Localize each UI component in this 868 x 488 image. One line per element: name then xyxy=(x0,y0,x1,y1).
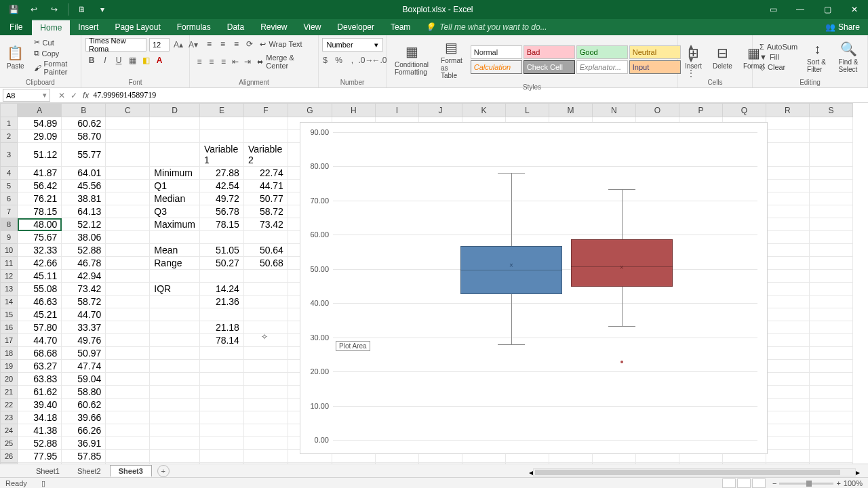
underline-button[interactable]: U xyxy=(113,54,125,66)
cell[interactable] xyxy=(766,205,809,218)
row-header[interactable]: 26 xyxy=(1,450,18,463)
cell[interactable] xyxy=(150,424,200,437)
sheet-tab-sheet1[interactable]: Sheet1 xyxy=(27,465,68,476)
cell[interactable] xyxy=(766,450,809,463)
cell[interactable] xyxy=(766,437,809,450)
cell[interactable] xyxy=(199,399,243,411)
column-header-E[interactable]: E xyxy=(199,104,243,117)
redo-icon[interactable]: ↪ xyxy=(46,2,62,17)
orientation-icon[interactable]: ⟳ xyxy=(243,38,256,50)
tab-insert[interactable]: Insert xyxy=(70,19,106,35)
cell[interactable] xyxy=(106,218,150,231)
cell[interactable] xyxy=(106,117,150,130)
cell[interactable] xyxy=(106,347,150,360)
delete-cells-button[interactable]: ⊟Delete xyxy=(709,43,736,71)
cell[interactable]: 47.74 xyxy=(62,360,106,373)
cell-style-good[interactable]: Good xyxy=(576,45,628,59)
cell[interactable]: 64.13 xyxy=(62,205,106,218)
cell[interactable] xyxy=(106,296,150,308)
cell[interactable] xyxy=(766,180,809,192)
row-header[interactable]: 14 xyxy=(1,296,18,308)
cell[interactable] xyxy=(199,308,243,321)
cell[interactable] xyxy=(199,450,243,463)
maximize-icon[interactable]: ▢ xyxy=(814,0,841,19)
cell[interactable] xyxy=(199,231,243,244)
cell[interactable] xyxy=(199,411,243,424)
cell[interactable] xyxy=(766,411,809,424)
row-header[interactable]: 17 xyxy=(1,334,18,347)
font-color-button[interactable]: A xyxy=(153,54,165,66)
cell[interactable]: 44.71 xyxy=(243,180,288,192)
cell-style-explanator-[interactable]: Explanator... xyxy=(576,60,628,74)
sheet-tab-sheet2[interactable]: Sheet2 xyxy=(68,465,110,476)
cell[interactable] xyxy=(150,231,200,244)
share-button[interactable]: 👥Share xyxy=(817,19,868,35)
cell-style-calculation[interactable]: Calculation xyxy=(471,60,522,74)
cell[interactable] xyxy=(809,450,852,463)
cell[interactable]: 56.78 xyxy=(199,205,243,218)
merge-center-button[interactable]: ⬌Merge & Center xyxy=(254,53,314,70)
cell[interactable]: 33.37 xyxy=(62,321,106,334)
row-header[interactable]: 21 xyxy=(1,386,18,399)
cell[interactable] xyxy=(243,373,288,386)
cell[interactable] xyxy=(809,257,852,270)
cell[interactable]: 50.64 xyxy=(243,244,288,257)
cell[interactable] xyxy=(150,373,200,386)
copy-button[interactable]: ⧉Copy xyxy=(31,48,78,58)
cell[interactable]: 66.26 xyxy=(62,424,106,437)
cell[interactable]: 58.72 xyxy=(243,205,288,218)
column-header-N[interactable]: N xyxy=(592,104,635,117)
column-header-R[interactable]: R xyxy=(766,104,809,117)
cell[interactable] xyxy=(243,450,288,463)
sort-filter-button[interactable]: ↕Sort & Filter xyxy=(803,40,831,75)
row-header[interactable]: 13 xyxy=(1,283,18,296)
cell[interactable]: Minimum xyxy=(150,167,200,180)
cell[interactable]: 58.70 xyxy=(62,130,106,143)
ribbon-options-icon[interactable]: ▭ xyxy=(760,0,787,19)
cell[interactable] xyxy=(106,205,150,218)
comma-icon[interactable]: , xyxy=(347,54,359,66)
row-header[interactable]: 22 xyxy=(1,399,18,411)
column-header-D[interactable]: D xyxy=(150,104,200,117)
scroll-right-icon[interactable]: ▸ xyxy=(856,468,860,477)
cell[interactable]: Q1 xyxy=(150,180,200,192)
column-header-F[interactable]: F xyxy=(243,104,288,117)
worksheet-grid[interactable]: ABCDEFGHIJKLMNOPQRS154.8960.62229.0958.7… xyxy=(0,103,868,464)
cell[interactable]: 51.05 xyxy=(199,244,243,257)
cell[interactable]: 64.01 xyxy=(62,167,106,180)
cell[interactable]: Variable 1 xyxy=(199,143,243,167)
cell[interactable] xyxy=(106,244,150,257)
cell[interactable] xyxy=(809,244,852,257)
cell[interactable] xyxy=(243,399,288,411)
cell[interactable]: 36.91 xyxy=(62,437,106,450)
cell[interactable] xyxy=(243,347,288,360)
cell[interactable] xyxy=(809,386,852,399)
zoom-slider[interactable] xyxy=(779,483,833,485)
cell[interactable] xyxy=(150,117,200,130)
cell[interactable]: 55.77 xyxy=(62,143,106,167)
row-header[interactable]: 4 xyxy=(1,167,18,180)
row-header[interactable]: 7 xyxy=(1,205,18,218)
currency-icon[interactable]: $ xyxy=(319,54,332,66)
row-header[interactable]: 5 xyxy=(1,180,18,192)
cell[interactable] xyxy=(150,399,200,411)
cell[interactable] xyxy=(766,218,809,231)
close-icon[interactable]: ✕ xyxy=(841,0,868,19)
cell[interactable]: 21.18 xyxy=(199,321,243,334)
cell[interactable]: 41.38 xyxy=(18,424,62,437)
bold-button[interactable]: B xyxy=(85,54,98,66)
enter-formula-icon[interactable]: ✓ xyxy=(71,91,77,100)
cell[interactable] xyxy=(766,399,809,411)
row-header[interactable]: 1 xyxy=(1,117,18,130)
row-header[interactable]: 12 xyxy=(1,270,18,283)
cell[interactable]: 57.85 xyxy=(62,450,106,463)
select-all-corner[interactable] xyxy=(1,104,18,117)
cell[interactable] xyxy=(150,386,200,399)
qat-customize-icon[interactable]: ▾ xyxy=(94,2,111,17)
cell[interactable]: 41.87 xyxy=(18,167,62,180)
cell[interactable]: 45.56 xyxy=(62,180,106,192)
cell[interactable]: 42.94 xyxy=(62,270,106,283)
outlier-point[interactable] xyxy=(620,361,623,363)
cell[interactable]: 38.06 xyxy=(62,231,106,244)
column-header-I[interactable]: I xyxy=(375,104,418,117)
